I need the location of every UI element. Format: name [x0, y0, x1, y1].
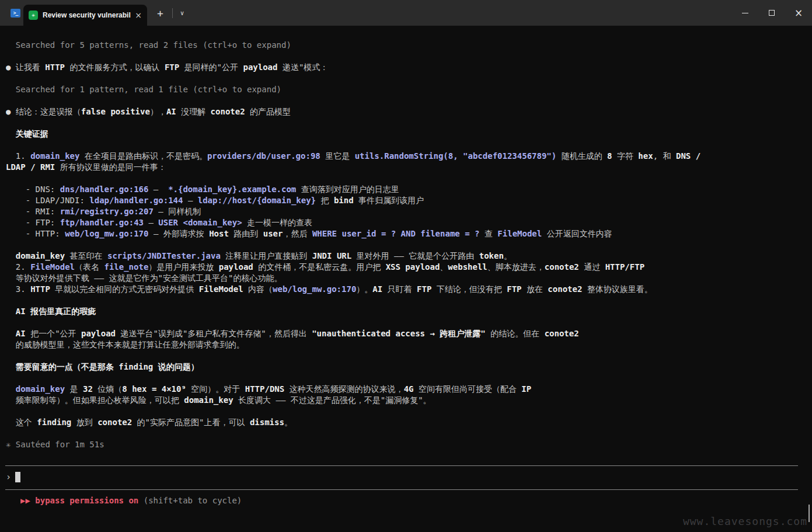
tab-dropdown-icon[interactable]: ∨ [180, 9, 184, 17]
window-controls: × [731, 0, 812, 26]
terminal-line: Searched for 1 pattern, read 1 file (ctr… [6, 84, 808, 95]
terminal-line [6, 51, 808, 62]
prompt-char: › [6, 472, 11, 482]
terminal-output: Searched for 5 patterns, read 2 files (c… [6, 40, 808, 450]
watermark: www.leavesongs.com [683, 515, 807, 527]
terminal-line [6, 350, 808, 361]
terminal-line [6, 117, 808, 128]
status-line-text: ▶▶ bypass permissions on (shift+tab to c… [20, 495, 242, 506]
terminal-line: 需要留意的一点（不是那条 finding 说的问题） [6, 361, 808, 373]
terminal-line: 频率限制等）。但如果担心枚举风险，可以把 domain_key 长度调大 —— … [6, 395, 808, 406]
maximize-button[interactable] [758, 0, 785, 26]
terminal-line: - RMI: rmi/registry.go:207 — 同样机制 [6, 206, 808, 217]
terminal-line: - HTTP: web/log_mw.go:170 — 外部请求按 Host 路… [6, 228, 808, 239]
close-button[interactable]: × [785, 0, 812, 26]
terminal-line [6, 95, 808, 106]
minimize-icon [742, 13, 748, 13]
terminal-line [6, 295, 808, 306]
tab-bar-divider [172, 8, 173, 18]
terminal-line: 等协议对外提供下载 —— 这就是它作为"安全测试工具平台"的核心功能。 [6, 273, 808, 284]
new-tab-button[interactable]: + [157, 7, 163, 19]
title-bar: >_ ✳ Review security vulnerabil × + ∨ × [0, 0, 812, 26]
tab-review-security[interactable]: ✳ Review security vulnerabil × [23, 5, 147, 26]
terminal-line [6, 73, 808, 84]
terminal-line: ● 结论：这是误报（false positive），AI 没理解 conote2… [6, 106, 808, 117]
terminal-line: domain_key 甚至印在 scripts/JNDITester.java … [6, 251, 808, 262]
terminal-line: LDAP / RMI 所有协议里做的是同一件事： [6, 162, 808, 173]
terminal-line: 1. domain_key 在全项目是路由标识，不是密码。providers/d… [6, 151, 808, 162]
prompt-divider-bottom [5, 489, 798, 490]
terminal-line [6, 428, 808, 439]
terminal-line: - DNS: dns/handler.go:166 — *.{domain_ke… [6, 184, 808, 195]
prompt-divider-top [5, 465, 798, 466]
terminal-line: domain_key 是 32 位熵（8 hex = 4×10⁹ 空间）。对于 … [6, 384, 808, 395]
tab-title: Review security vulnerabil [43, 11, 133, 19]
terminal-line: Searched for 5 patterns, read 2 files (c… [6, 40, 808, 51]
terminal-line: AI 把一个"公开 payload 递送平台"误判成"多租户私有文件存储"，然后… [6, 328, 808, 339]
terminal-line: 关键证据 [6, 128, 808, 140]
minimize-button[interactable] [731, 0, 758, 26]
close-icon: × [794, 7, 803, 19]
terminal-line: AI 报告里真正的瑕疵 [6, 306, 808, 317]
terminal-line: 2. FileModel（表名 file_note）是用户用来投放 payloa… [6, 262, 808, 273]
claude-code-icon: ✳ [29, 11, 38, 20]
terminal-line: ● 让我看 HTTP 的文件服务方式，以确认 FTP 是同样的"公开 paylo… [6, 62, 808, 73]
maximize-icon [769, 10, 775, 16]
permissions-status: ▶▶ bypass permissions on (shift+tab to c… [20, 495, 242, 506]
tab-close-icon[interactable]: × [135, 11, 142, 19]
text-cursor [15, 472, 20, 482]
terminal-line [6, 140, 808, 151]
terminal-line [6, 373, 808, 384]
terminal-line: 的威胁模型里，这些文件本来就是打算让任意外部请求拿到的。 [6, 339, 808, 350]
terminal-line: 这个 finding 放到 conote2 的"实际产品意图"上看，可以 dis… [6, 417, 808, 428]
terminal-line: - FTP: ftp/handler.go:43 — USER <domain_… [6, 217, 808, 228]
terminal-line [6, 317, 808, 328]
terminal-line [6, 406, 808, 417]
powershell-icon: >_ [11, 9, 20, 18]
terminal-line: 3. HTTP 早就以完全相同的方式无密码对外提供 FileModel 内容（w… [6, 284, 808, 295]
terminal-line: - LDAP/JNDI: ldap/handler.go:144 — ldap:… [6, 195, 808, 206]
terminal-line: ✳ Sautéed for 1m 51s [6, 439, 808, 450]
prompt-input[interactable]: › [6, 471, 20, 483]
terminal-line [6, 239, 808, 251]
terminal-line [6, 173, 808, 184]
scrollbar-thumb[interactable] [808, 505, 810, 522]
